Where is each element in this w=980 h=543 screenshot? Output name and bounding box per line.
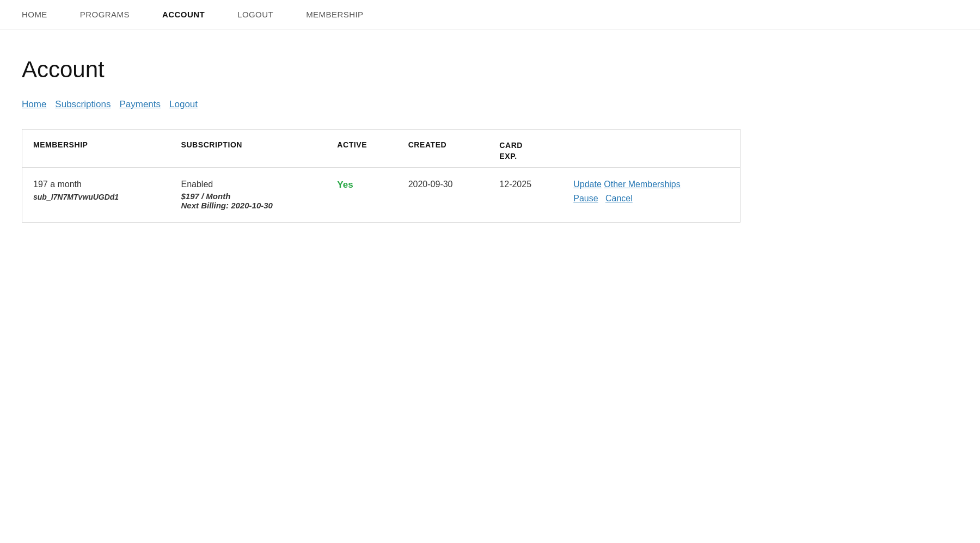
subscription-amount: $197 / Month: [181, 192, 316, 201]
page-title: Account: [22, 57, 740, 83]
subscription-next-billing: Next Billing: 2020-10-30: [181, 201, 316, 210]
account-link-subscriptions[interactable]: Subscriptions: [55, 99, 111, 110]
subscriptions-table: MEMBERSHIP SUBSCRIPTION ACTIVE CREATED C…: [22, 129, 740, 223]
td-subscription: Enabled $197 / Month Next Billing: 2020-…: [170, 168, 327, 223]
th-active: ACTIVE: [326, 129, 397, 168]
membership-name: 197 a month: [33, 180, 160, 189]
nav-membership[interactable]: MEMBERSHIP: [306, 10, 363, 19]
top-navigation: HOME PROGRAMS ACCOUNT LOGOUT MEMBERSHIP: [0, 0, 980, 29]
action-pause[interactable]: Pause: [573, 194, 598, 203]
action-other-memberships[interactable]: Other Memberships: [604, 180, 681, 189]
th-actions: [562, 129, 740, 168]
th-card-exp: CARD EXP.: [488, 129, 562, 168]
th-membership: MEMBERSHIP: [22, 129, 170, 168]
subscription-status: Enabled: [181, 180, 316, 189]
table-row: 197 a month sub_I7N7MTvwuUGDd1 Enabled $…: [22, 168, 740, 223]
action-cancel[interactable]: Cancel: [605, 194, 633, 203]
td-actions: Update Other Memberships Pause Cancel: [562, 168, 740, 223]
nav-home[interactable]: HOME: [22, 10, 47, 19]
account-link-payments[interactable]: Payments: [119, 99, 161, 110]
membership-sub-id: sub_I7N7MTvwuUGDd1: [33, 193, 160, 201]
main-content: Account Home Subscriptions Payments Logo…: [0, 29, 762, 250]
action-update[interactable]: Update: [573, 180, 602, 189]
nav-logout[interactable]: LOGOUT: [237, 10, 273, 19]
td-card-exp: 12-2025: [488, 168, 562, 223]
account-link-home[interactable]: Home: [22, 99, 46, 110]
active-status: Yes: [337, 180, 353, 190]
action-links: Update Other Memberships Pause Cancel: [573, 180, 729, 203]
nav-account[interactable]: ACCOUNT: [162, 10, 205, 19]
td-created: 2020-09-30: [397, 168, 489, 223]
td-membership: 197 a month sub_I7N7MTvwuUGDd1: [22, 168, 170, 223]
table-header-row: MEMBERSHIP SUBSCRIPTION ACTIVE CREATED C…: [22, 129, 740, 168]
account-links: Home Subscriptions Payments Logout: [22, 99, 740, 110]
td-active: Yes: [326, 168, 397, 223]
th-subscription: SUBSCRIPTION: [170, 129, 327, 168]
nav-programs[interactable]: PROGRAMS: [80, 10, 130, 19]
account-link-logout[interactable]: Logout: [169, 99, 198, 110]
th-created: CREATED: [397, 129, 489, 168]
